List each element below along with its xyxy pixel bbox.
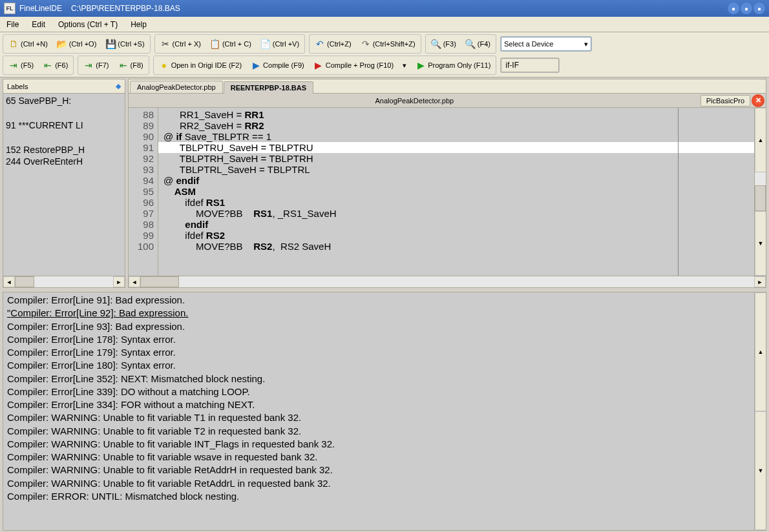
redo-button[interactable]: ↷(Ctrl+Shift+Z) — [357, 36, 419, 52]
find-button[interactable]: 🔍(F3) — [427, 36, 460, 52]
compiler-message[interactable]: Compiler: Error[Line 352]: NEXT: Mismatc… — [7, 373, 762, 385]
code-line[interactable]: @ if Save_TBLPTR == 1 — [158, 131, 754, 142]
scroll-down-icon[interactable]: ▼ — [755, 411, 766, 530]
play-yellow-icon: ● — [159, 60, 169, 70]
code-line[interactable]: TBLPTRU_SaveH = TBLPTRU — [158, 142, 754, 153]
titlebar: FL FineLineIDE C:\PBP\REENTERPBP-18.BAS … — [0, 0, 769, 17]
menu-options[interactable]: Options (Ctrl + T) — [52, 18, 124, 31]
cut-button[interactable]: ✂(Ctrl + X) — [156, 36, 205, 52]
compiler-message[interactable]: Compiler: WARNING: Unable to fit variabl… — [7, 477, 762, 490]
open-folder-icon: 📂 — [57, 39, 67, 49]
code-line[interactable]: TBLPTRL_SaveH = TBLPTRL — [158, 164, 754, 175]
redo-icon: ↷ — [361, 39, 371, 49]
compiler-message[interactable]: Compiler: ERROR: UNTIL: Mismatched block… — [7, 490, 762, 503]
code-line[interactable]: ifdef RS2 — [158, 230, 754, 241]
undo-button[interactable]: ↶(Ctrl+Z) — [311, 36, 355, 52]
app-logo: FL — [4, 3, 16, 14]
compiler-message[interactable]: Compiler: WARNING: Unable to fit variabl… — [7, 464, 762, 476]
compiler-message[interactable]: Compiler: Error[Line 334]: FOR without a… — [7, 398, 762, 411]
compiler-message[interactable]: Compiler: Error[Line 180]: Syntax error. — [7, 359, 762, 372]
code-line[interactable]: MOVE?BB RS2, RS2 SaveH — [158, 241, 754, 252]
compiler-output[interactable]: Compiler: Error[Line 91]: Bad expression… — [3, 292, 766, 531]
scroll-up-icon[interactable]: ▲ — [755, 108, 766, 172]
scroll-down-icon[interactable]: ▼ — [755, 211, 766, 276]
step-f5-button[interactable]: ⇥(F5) — [5, 57, 37, 73]
labels-header[interactable]: Labels ◆ — [3, 79, 125, 94]
app-name: FineLineIDE — [19, 4, 62, 13]
program-only-button[interactable]: ▶Program Only (F11) — [412, 57, 494, 73]
menu-help[interactable]: Help — [124, 18, 153, 31]
code-line[interactable]: TBLPTRH_SaveH = TBLPTRH — [158, 153, 754, 164]
file-path: C:\PBP\REENTERPBP-18.BAS — [71, 4, 180, 13]
labels-item[interactable]: 152 RestorePBP_H — [6, 144, 122, 156]
paste-button[interactable]: 📄(Ctrl +V) — [257, 36, 303, 52]
output-vscroll[interactable]: ▲ ▼ — [754, 292, 766, 530]
labels-item[interactable]: 244 OverReEnterH — [6, 156, 122, 168]
labels-hscroll[interactable]: ◄ ► — [3, 276, 125, 287]
open-button[interactable]: 📂(Ctrl +O) — [53, 36, 100, 52]
labels-item[interactable] — [6, 107, 122, 119]
toolbars: 🗋(Ctrl +N) 📂(Ctrl +O) 💾(Ctrl +S) ✂(Ctrl … — [0, 32, 769, 77]
close-button[interactable]: ● — [753, 3, 765, 14]
labels-item[interactable]: 65 SavePBP_H: — [6, 95, 122, 107]
compiler-message[interactable]: Compiler: Error[Line 91]: Bad expression… — [7, 294, 762, 307]
new-file-icon: 🗋 — [8, 39, 19, 49]
step-f6-button[interactable]: ⇤(F6) — [39, 57, 72, 73]
search-icon: 🔍 — [431, 39, 441, 49]
menu-file[interactable]: File — [0, 18, 25, 31]
labels-item[interactable] — [6, 132, 122, 144]
compiler-message[interactable]: Compiler: Error[Line 179]: Syntax error. — [7, 346, 762, 359]
labels-item[interactable]: 91 ***CURRENT LI — [6, 119, 122, 132]
open-orig-ide-button[interactable]: ●Open in Origi IDE (F2) — [155, 57, 246, 73]
tab-analogpeakdetector-pbp[interactable]: AnalogPeakDetector.pbp — [130, 81, 223, 93]
editor-vscroll[interactable]: ▲ ▼ — [754, 108, 766, 276]
code-line[interactable]: ASM — [158, 186, 754, 197]
scroll-up-icon[interactable]: ▲ — [755, 292, 766, 411]
editor-header: AnalogPeakDetector.pbp PicBasicPro ✕ — [129, 94, 766, 108]
minimize-button[interactable]: ● — [728, 3, 739, 14]
step-f8-button[interactable]: ⇤(F8) — [114, 57, 147, 73]
code-line[interactable]: RR1_SaveH = RR1 — [158, 109, 754, 120]
code-line[interactable]: ifdef RS1 — [158, 197, 754, 208]
copy-icon: 📋 — [210, 39, 220, 49]
compiler-message[interactable]: Compiler: WARNING: Unable to fit variabl… — [7, 451, 762, 464]
compiler-message[interactable]: Compiler: Error[Line 178]: Syntax error. — [7, 333, 762, 346]
step-f7-button[interactable]: ⇥(F7) — [79, 57, 112, 73]
save-button[interactable]: 💾(Ctrl +S) — [101, 36, 148, 52]
editor-close-button[interactable]: ✕ — [752, 94, 764, 107]
menu-edit[interactable]: Edit — [25, 18, 52, 31]
copy-button[interactable]: 📋(Ctrl + C) — [206, 36, 255, 52]
code-line[interactable]: endif — [158, 219, 754, 230]
code-lines[interactable]: RR1_SaveH = RR1 RR2_SaveH = RR2@ if Save… — [158, 108, 754, 276]
scroll-right-icon[interactable]: ► — [113, 276, 125, 287]
new-button[interactable]: 🗋(Ctrl +N) — [5, 36, 52, 52]
labels-list[interactable]: 65 SavePBP_H: 91 ***CURRENT LI 152 Resto… — [3, 94, 125, 276]
maximize-button[interactable]: ● — [741, 3, 752, 14]
compile-prog-button[interactable]: ▶Compile + Prog (F10) — [310, 57, 397, 73]
compiler-message[interactable]: Compiler: Error[Line 93]: Bad expression… — [7, 320, 762, 333]
compile-prog-dropdown[interactable]: ▾ — [399, 57, 410, 73]
code-body[interactable]: 888990919293949596979899100 RR1_SaveH = … — [129, 108, 766, 276]
compiler-message[interactable]: Compiler: WARNING: Unable to fit variabl… — [7, 425, 762, 438]
play-red-icon: ▶ — [313, 60, 324, 70]
device-select[interactable]: Select a Device ▾ — [501, 37, 591, 51]
code-line[interactable]: @ endif — [158, 175, 754, 186]
main-area: Labels ◆ 65 SavePBP_H: 91 ***CURRENT LI … — [0, 77, 769, 289]
find-next-button[interactable]: 🔍(F4) — [461, 36, 494, 52]
code-line[interactable]: RR2_SaveH = RR2 — [158, 120, 754, 131]
scroll-right-icon[interactable]: ► — [754, 276, 766, 287]
scroll-left-icon[interactable]: ◄ — [129, 276, 140, 287]
close-icon: ✕ — [755, 96, 761, 105]
cut-icon: ✂ — [160, 39, 171, 49]
compiler-message[interactable]: Compiler: WARNING: Unable to fit variabl… — [7, 411, 762, 424]
tab-reenterpbp-18-bas[interactable]: REENTERPBP-18.BAS — [224, 81, 313, 94]
compiler-message[interactable]: Compiler: WARNING: Unable to fit variabl… — [7, 438, 762, 451]
save-icon: 💾 — [105, 39, 116, 49]
compile-button[interactable]: ▶Compile (F9) — [247, 57, 308, 73]
code-line[interactable]: MOVE?BB RS1, _RS1_SaveH — [158, 208, 754, 219]
compiler-message[interactable]: Compiler: Error[Line 92]: Bad expression… — [7, 307, 762, 320]
compiler-message[interactable]: Compiler: Error[Line 339]: DO without a … — [7, 385, 762, 398]
language-badge: PicBasicPro — [701, 95, 750, 107]
scroll-left-icon[interactable]: ◄ — [3, 276, 15, 287]
editor-hscroll[interactable]: ◄ ► — [129, 276, 766, 287]
